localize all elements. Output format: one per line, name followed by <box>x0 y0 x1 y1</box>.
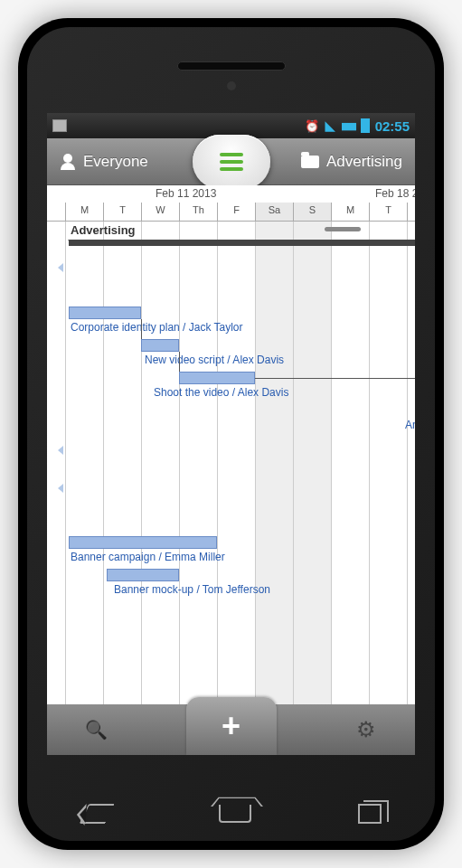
hamburger-icon <box>220 153 243 171</box>
app-toolbar: Everyone Advertising <box>47 138 415 185</box>
speaker <box>177 61 286 71</box>
people-filter-label: Everyone <box>83 153 148 171</box>
task-label[interactable]: Banner campaign / Emma Miller <box>71 551 225 563</box>
clock: 02:55 <box>375 118 410 134</box>
summary-bar-advertising[interactable] <box>69 240 415 246</box>
settings-button[interactable] <box>354 717 379 742</box>
add-button[interactable]: + <box>186 697 277 755</box>
day-header: Th <box>179 203 217 221</box>
day-header: S <box>293 203 331 221</box>
home-button[interactable] <box>219 805 251 823</box>
day-header: M <box>65 203 103 221</box>
image-notification-icon <box>52 119 67 132</box>
collapse-arrow-icon[interactable] <box>58 484 63 493</box>
task-bar-video-script[interactable] <box>141 339 179 352</box>
task-bar-shoot-video[interactable] <box>179 372 255 384</box>
android-navbar <box>27 787 435 841</box>
group-label[interactable]: Advertising <box>71 223 136 237</box>
task-bar-banner-mockup[interactable] <box>107 569 179 581</box>
dependency-line <box>141 319 142 339</box>
person-icon <box>60 154 76 170</box>
day-header: W <box>407 203 415 221</box>
recent-apps-button[interactable] <box>358 804 382 824</box>
collapse-arrow-icon[interactable] <box>58 446 63 455</box>
plus-icon: + <box>222 710 240 742</box>
task-label[interactable]: Banner mock-up / Tom Jefferson <box>114 583 270 596</box>
phone-bezel: 02:55 Everyone Advertising Feb 11 2013 <box>27 27 435 841</box>
day-header-row: M T W Th F Sa S M T W Th <box>47 203 415 221</box>
screen: 02:55 Everyone Advertising Feb 11 2013 <box>47 113 415 755</box>
day-header: T <box>369 203 407 221</box>
scroll-indicator <box>325 227 361 231</box>
day-header: T <box>103 203 141 221</box>
folder-filter-label: Advertising <box>326 153 402 171</box>
day-header: W <box>141 203 179 221</box>
task-label[interactable]: Corporate identity plan / Jack Taylor <box>71 321 243 334</box>
phone-frame: 02:55 Everyone Advertising Feb 11 2013 <box>18 18 444 850</box>
week-label-2: Feb 18 20 <box>375 187 415 200</box>
week-label-1: Feb 11 2013 <box>156 187 216 200</box>
task-label[interactable]: Annual Con <box>405 419 415 431</box>
gantt-chart[interactable]: Feb 11 2013 Feb 18 20 M T W Th F Sa S M … <box>47 185 415 704</box>
collapse-arrow-icon[interactable] <box>58 263 63 272</box>
menu-button[interactable] <box>193 135 270 189</box>
alarm-icon <box>305 119 319 133</box>
task-bar-corporate-identity[interactable] <box>69 307 141 319</box>
task-label[interactable]: New video script / Alex Davis <box>145 354 284 366</box>
dependency-line <box>179 352 180 372</box>
task-label[interactable]: Shoot the video / Alex Davis <box>154 386 288 399</box>
battery-icon <box>361 118 370 133</box>
dependency-line <box>255 378 415 379</box>
signal-icon <box>341 120 355 132</box>
front-camera <box>227 81 236 90</box>
bottom-toolbar: + <box>47 704 415 755</box>
folder-icon <box>301 156 319 168</box>
wifi-icon <box>325 118 335 134</box>
gantt-body[interactable]: Advertising Corporate identity plan / Ja… <box>47 222 415 704</box>
search-button[interactable] <box>83 717 108 742</box>
gantt-header: Feb 11 2013 Feb 18 20 M T W Th F Sa S M … <box>47 185 415 222</box>
day-header: M <box>331 203 369 221</box>
day-header: Sa <box>255 203 293 221</box>
day-header: F <box>217 203 255 221</box>
back-button[interactable] <box>80 804 113 824</box>
task-bar-banner-campaign[interactable] <box>69 536 217 549</box>
